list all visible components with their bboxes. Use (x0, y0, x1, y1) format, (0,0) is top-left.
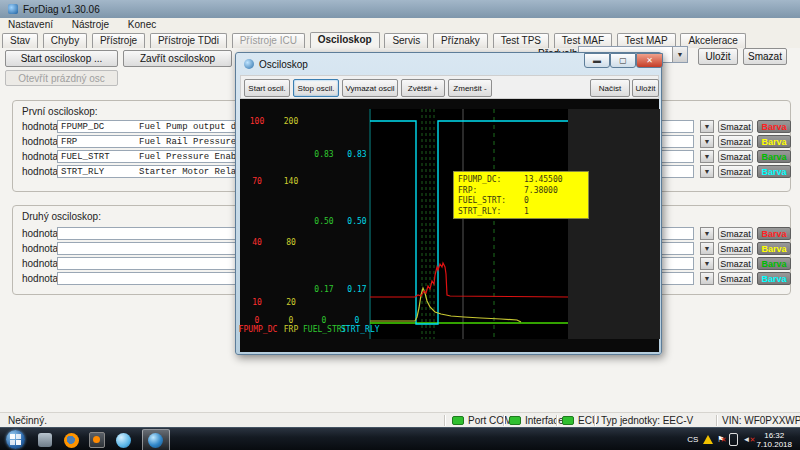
channel-delete-button[interactable]: Smazat (718, 135, 753, 148)
warning-icon[interactable] (703, 435, 713, 444)
status-vin: VIN: WF0PXXWPDPSM7B40 (722, 414, 800, 427)
channel-color-button[interactable]: Barva (757, 150, 791, 163)
device-icon[interactable] (729, 433, 738, 446)
clock-time: 16:32 (756, 431, 792, 440)
channel-dropdown-icon[interactable]: ▼ (700, 150, 714, 163)
dialog-toolbar: Start oscil. Stop oscil. Vymazat oscil Z… (240, 75, 659, 99)
zoom-out-button[interactable]: Zmenšit - (448, 79, 492, 97)
tab-chyby[interactable]: Chyby (43, 33, 87, 48)
scale-yellow: 140 (276, 178, 306, 186)
tab-servis[interactable]: Servis (384, 33, 428, 48)
scale-green: 0.83 (308, 151, 340, 159)
channel-delete-button[interactable]: Smazat (718, 242, 753, 255)
channel-dropdown-icon[interactable]: ▼ (700, 272, 714, 285)
tab-pristroje[interactable]: Přístroje (92, 33, 145, 48)
channel-dropdown-icon[interactable]: ▼ (700, 135, 714, 148)
separator (444, 415, 446, 426)
language-indicator[interactable]: CS (687, 435, 698, 444)
channel-dropdown-icon[interactable]: ▼ (700, 242, 714, 255)
menu-konec[interactable]: Konec (120, 18, 164, 31)
preset-save-button[interactable]: Uložit (698, 48, 738, 65)
channel-color-button[interactable]: Barva (757, 135, 791, 148)
interface-led-icon (509, 416, 521, 425)
channel-delete-button[interactable]: Smazat (718, 165, 753, 178)
scale-green: 0.50 (308, 218, 340, 226)
desktop: ForDiag v1.30.06 Nastavení Nástroje Kone… (0, 0, 800, 450)
channel-color-button[interactable]: Barva (757, 257, 791, 270)
channel-color-button[interactable]: Barva (757, 272, 791, 285)
dialog-icon (244, 59, 254, 69)
start-button[interactable] (6, 430, 25, 449)
channel-dropdown-icon[interactable]: ▼ (700, 165, 714, 178)
channel-delete-button[interactable]: Smazat (718, 272, 753, 285)
status-unit-type: Typ jednotky: EEC-V (601, 414, 693, 427)
speaker-muted-icon[interactable]: ◄✕ (742, 435, 750, 444)
oscilloscope-dialog: Osciloskop ▬ ▢ ✕ Start oscil. Stop oscil… (235, 52, 662, 355)
channel-dropdown-icon[interactable]: ▼ (700, 227, 714, 240)
stop-scope-button[interactable]: Stop oscil. (293, 79, 339, 97)
preset-delete-button[interactable]: Smazat (743, 48, 787, 65)
scale-zero: 0 (242, 317, 272, 325)
action-center-flag-icon[interactable]: ⚑✕ (717, 435, 724, 444)
channel-dropdown-icon[interactable]: ▼ (700, 257, 714, 270)
channel-color-button[interactable]: Barva (757, 242, 791, 255)
channel-delete-button[interactable]: Smazat (718, 227, 753, 240)
channel-color-button[interactable]: Barva (757, 120, 791, 133)
tab-pristroje-icu: Přístroje ICU (232, 33, 305, 48)
firefox-icon[interactable] (60, 431, 82, 449)
cursor-values-tooltip: FPUMP_DC:13.45500 FRP:7.38000 FUEL_STRT:… (453, 171, 589, 219)
channel-color-button[interactable]: Barva (757, 227, 791, 240)
separator (716, 415, 718, 426)
zoom-in-button[interactable]: Zvětšit + (401, 79, 445, 97)
separator (594, 415, 596, 426)
open-empty-oscilloscope-button: Otevřít prázdný osc (5, 70, 118, 86)
channel-name: FUEL_STRT (58, 152, 139, 162)
tab-test-tps[interactable]: Test TPS (493, 33, 549, 48)
tab-pristroje-tddi[interactable]: Přístroje TDdi (150, 33, 227, 48)
scale-zero: 0 (340, 317, 374, 325)
scale-zero: 0 (276, 317, 306, 325)
scale-yellow: 20 (276, 299, 306, 307)
start-scope-button[interactable]: Start oscil. (244, 79, 290, 97)
oscilloscope-plot[interactable] (369, 109, 660, 339)
menu-nastaveni[interactable]: Nastavení (0, 18, 61, 31)
tab-akcelerace[interactable]: Akcelerace (680, 33, 745, 48)
fordiag-app-icon[interactable] (144, 431, 166, 449)
scale-cyan: 0.17 (340, 286, 374, 294)
save-button[interactable]: Uložit (632, 79, 659, 97)
main-titlebar: ForDiag v1.30.06 (0, 0, 800, 19)
close-oscilloscope-button[interactable]: Zavřít osciloskop (123, 50, 232, 67)
scale-zero: 0 (308, 317, 340, 325)
menu-nastroje[interactable]: Nástroje (64, 18, 117, 31)
taskbar-app-icon[interactable] (112, 431, 134, 449)
minimize-button[interactable]: ▬ (584, 53, 610, 68)
scale-red: 100 (242, 118, 272, 126)
second-oscilloscope-legend: Druhý osciloskop: (22, 211, 101, 222)
windows-logo-icon (10, 434, 21, 445)
clear-scope-button[interactable]: Vymazat oscil (342, 79, 398, 97)
scale-red: 40 (242, 239, 272, 247)
chevron-down-icon[interactable]: ▼ (672, 47, 687, 62)
tab-stav[interactable]: Stav (2, 33, 38, 48)
tab-osciloskop[interactable]: Osciloskop (310, 32, 380, 49)
channel-delete-button[interactable]: Smazat (718, 150, 753, 163)
channel-delete-button[interactable]: Smazat (718, 120, 753, 133)
menubar: Nastavení Nástroje Konec (0, 18, 800, 34)
scale-red: 10 (242, 299, 272, 307)
channel-dropdown-icon[interactable]: ▼ (700, 120, 714, 133)
channel-label-strt-rly: STRT_RLY (341, 326, 377, 334)
separator (556, 415, 558, 426)
channel-delete-button[interactable]: Smazat (718, 257, 753, 270)
tab-priznaky[interactable]: Příznaky (433, 33, 488, 48)
channel-label-fpump-dc: FPUMP_DC (237, 326, 279, 334)
channel-color-button[interactable]: Barva (757, 165, 791, 178)
statusbar: Nečinný. Port COM6 Interface ECU Typ jed… (0, 412, 800, 428)
load-button[interactable]: Načíst (590, 79, 630, 97)
taskbar-clock[interactable]: 16:32 7.10.2018 (756, 431, 792, 449)
start-oscilloscope-button[interactable]: Start osciloskop ... (5, 50, 118, 67)
maximize-button[interactable]: ▢ (610, 53, 636, 68)
port-led-icon (452, 416, 464, 425)
taskbar-app-icon[interactable] (86, 431, 108, 449)
close-icon[interactable]: ✕ (636, 53, 663, 68)
taskbar-app-icon[interactable] (34, 431, 56, 449)
